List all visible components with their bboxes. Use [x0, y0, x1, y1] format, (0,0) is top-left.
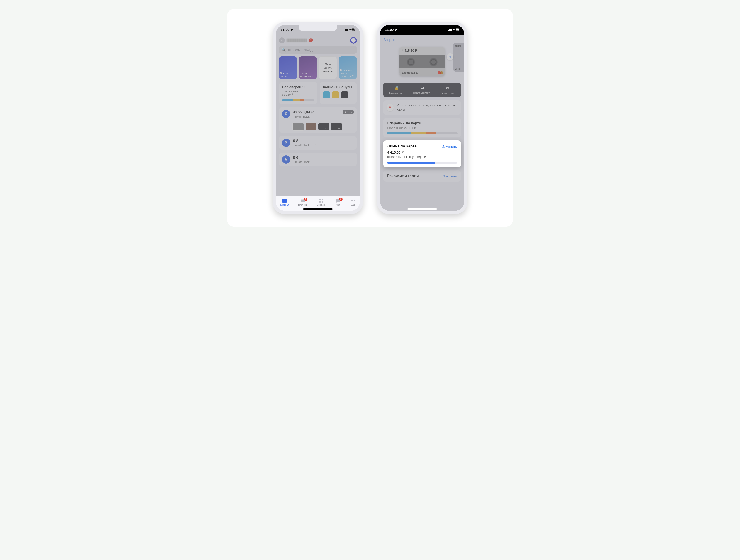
panel-title: Все операции — [282, 85, 314, 89]
tab-home[interactable]: Главная — [280, 199, 289, 206]
svg-point-14 — [351, 200, 352, 201]
cashback-dot — [323, 91, 330, 98]
action-freeze[interactable]: ❄Заморозить — [435, 85, 460, 95]
info-banner[interactable]: ♥ Хотим рассказать вам, что есть на экра… — [383, 100, 461, 115]
panel-title: Кэшбэк и бонусы — [323, 85, 354, 89]
card-type: Дебетовая ка — [402, 71, 418, 74]
currency-icon: $ — [282, 139, 290, 147]
reissue-icon: 🗂 — [409, 85, 435, 90]
svg-rect-1 — [345, 29, 346, 31]
svg-rect-20 — [451, 28, 452, 31]
location-icon: ➤ — [290, 28, 293, 31]
edit-card-button[interactable]: ✎ — [447, 53, 453, 60]
panel-subtitle: Трат в июне 20 434 ₽ — [387, 126, 458, 130]
story-card[interactable]: Траты в ресторанах — [299, 57, 317, 79]
currency-icon: € — [282, 155, 290, 163]
cashback-panel[interactable]: Кэшбэк и бонусы — [320, 82, 357, 104]
account-row[interactable]: € 0 € Tinkoff Black EUR — [279, 153, 357, 166]
status-time: 11:00 — [385, 28, 393, 31]
profile-ring-icon[interactable] — [350, 37, 357, 44]
svg-rect-18 — [449, 29, 450, 31]
story-card[interactable]: Частые траты — [279, 57, 297, 79]
card-actions: 🔒Блокировать 🗂Перевыпустить ❄Заморозить — [383, 83, 461, 97]
limit-amount: 4 415,50 ₽ — [387, 150, 457, 154]
action-block[interactable]: 🔒Блокировать — [384, 85, 409, 95]
location-icon: ➤ — [395, 28, 398, 31]
currency-icon: ₽ — [282, 110, 290, 118]
svg-rect-12 — [319, 201, 321, 203]
svg-rect-0 — [344, 30, 344, 31]
info-text: Хотим рассказать вам, что есть на экране… — [397, 104, 458, 112]
close-button[interactable]: Закрыть — [383, 37, 461, 43]
svg-rect-11 — [322, 199, 323, 201]
card-balance: 4 415,50 ₽ — [402, 49, 417, 52]
lock-icon: 🔒 — [384, 85, 409, 90]
svg-rect-17 — [448, 30, 449, 31]
tab-payments[interactable]: 1Платежи — [298, 199, 307, 206]
mastercard-icon — [438, 71, 443, 75]
card-thumb[interactable] — [306, 123, 316, 130]
card-peek[interactable]: 43 29Дебе — [453, 43, 464, 72]
status-time: 11:00 — [281, 28, 289, 31]
account-amount: 43 290,04 ₽ — [293, 110, 313, 115]
tab-chat[interactable]: 2Чат — [335, 199, 341, 206]
requisites-title: Реквизиты карты — [387, 174, 419, 178]
operations-panel[interactable]: Операции по карте Трат в июне 20 434 ₽ — [383, 118, 461, 137]
all-operations-panel[interactable]: Все операции Трат в июне32 229 ₽ — [279, 82, 317, 104]
story-card[interactable]: Вы хорошо знаете Тинькофф? — [339, 57, 357, 79]
cashback-dot — [341, 91, 348, 98]
search-placeholder: Штрафы ГИБДД — [287, 48, 313, 51]
card-thumb[interactable] — [331, 123, 342, 130]
home-indicator[interactable] — [303, 208, 333, 210]
panel-title: Операции по карте — [387, 121, 458, 125]
account-amount: 0 $ — [293, 139, 317, 143]
account-amount: 0 € — [293, 155, 317, 160]
requisites-panel[interactable]: Реквизиты карты Показать — [383, 171, 461, 182]
tab-more[interactable]: Еще — [350, 199, 356, 206]
account-row[interactable]: $ 0 $ Tinkoff Black USD — [279, 136, 357, 149]
freeze-icon: ❄ — [435, 85, 460, 90]
svg-rect-23 — [459, 29, 459, 30]
action-reissue[interactable]: 🗂Перевыпустить — [409, 85, 435, 95]
phone-card-detail: 11:00 ➤ Закрыть 43 29Дебе 4 415,50 ₽ Деб… — [377, 21, 467, 214]
card-thumb[interactable] — [318, 123, 329, 130]
account-name: Tinkoff Black USD — [293, 143, 317, 147]
user-name-redacted — [287, 38, 307, 42]
spending-bar — [387, 132, 458, 134]
svg-rect-19 — [450, 29, 451, 31]
svg-rect-7 — [282, 199, 287, 203]
svg-rect-22 — [456, 29, 459, 30]
tab-services[interactable]: Сервисы — [317, 199, 326, 206]
avatar[interactable]: А — [279, 37, 285, 43]
notification-badge[interactable]: 1 — [309, 38, 313, 42]
notch — [403, 25, 441, 31]
svg-rect-5 — [352, 29, 354, 30]
notch — [299, 25, 337, 31]
limit-progress — [387, 162, 457, 163]
svg-rect-10 — [319, 199, 321, 201]
limit-title: Лимит по карте — [387, 144, 417, 148]
svg-point-15 — [352, 200, 353, 201]
svg-rect-13 — [322, 201, 323, 203]
account-name: Tinkoff Black EUR — [293, 160, 317, 163]
svg-rect-6 — [355, 29, 355, 30]
show-button[interactable]: Показать — [443, 174, 457, 178]
header: А 1 — [279, 37, 357, 44]
status-indicators — [344, 28, 355, 32]
account-row[interactable]: ₽ 43 290,04 ₽ Tinkoff Black ♛ 16 ₽ — [279, 107, 357, 133]
phone-home: 11:00 ➤ А 1 🔍 Штрафы ГИБДД Частые траты … — [273, 21, 363, 214]
bonus-pill[interactable]: ♛ 16 ₽ — [343, 110, 354, 114]
svg-point-16 — [354, 200, 355, 201]
heart-icon: ♥ — [387, 104, 393, 111]
home-indicator[interactable] — [407, 208, 437, 210]
limit-remaining: осталось до конца недели — [387, 155, 457, 158]
card-visual[interactable]: 4 415,50 ₽ Дебетовая ка — [399, 47, 445, 76]
story-card[interactable]: Ваш пакет заботы — [319, 57, 337, 79]
cards-row — [293, 123, 354, 130]
search-input[interactable]: 🔍 Штрафы ГИБДД — [279, 46, 357, 54]
limit-panel: Лимит по карте Изменить 4 415,50 ₽ остал… — [383, 140, 461, 167]
card-thumb-selected[interactable] — [293, 123, 304, 130]
status-indicators — [448, 28, 459, 32]
change-button[interactable]: Изменить — [442, 144, 457, 148]
svg-rect-3 — [347, 28, 348, 31]
